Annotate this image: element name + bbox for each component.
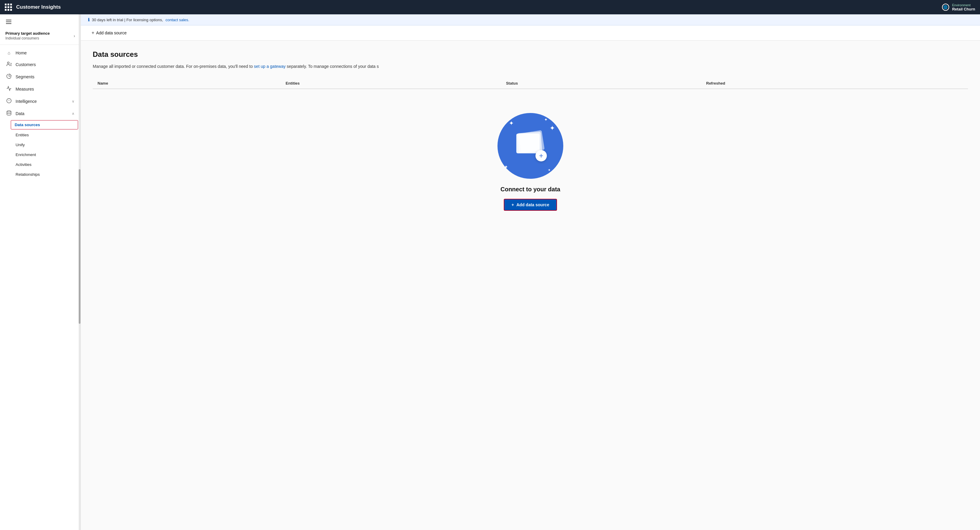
- trial-text: 30 days left in trial | For licensing op…: [92, 17, 163, 22]
- toolbar: + Add data source: [81, 25, 980, 41]
- col-refreshed: Refreshed: [702, 78, 968, 89]
- sidebar-item-intelligence-label: Intelligence: [16, 99, 37, 104]
- setup-gateway-link[interactable]: set up a gateway: [254, 64, 286, 69]
- sidebar-item-enrichment[interactable]: Enrichment: [0, 150, 81, 160]
- audience-chevron-icon: ›: [73, 33, 75, 38]
- customers-icon: [6, 61, 12, 68]
- audience-info: Primary target audience Individual consu…: [5, 31, 50, 40]
- empty-state: ✦ ✦ ✦ ✦ ✦ +: [93, 101, 968, 229]
- environment-info: Environment Retail Churn: [952, 3, 975, 11]
- segments-icon: [6, 73, 12, 80]
- sparkle-3: ✦: [549, 124, 555, 132]
- environment-section: 🌐 Environment Retail Churn: [942, 3, 975, 11]
- description-after: separately. To manage connections of you…: [287, 64, 379, 69]
- data-sub-list: Data sources Entities Unify Enrichment A…: [0, 120, 81, 179]
- sidebar-item-intelligence[interactable]: Intelligence ∨: [0, 95, 81, 107]
- sidebar: Primary target audience Individual consu…: [0, 14, 81, 530]
- sidebar-item-measures[interactable]: Measures: [0, 83, 81, 95]
- sidebar-item-home[interactable]: ⌂ Home: [0, 47, 81, 58]
- data-sources-table: Name Entities Status Refreshed: [93, 78, 968, 89]
- sidebar-scrollbar-thumb[interactable]: [79, 169, 81, 324]
- sidebar-scrollbar[interactable]: [79, 14, 81, 530]
- description-text: Manage all imported or connected custome…: [93, 64, 253, 69]
- sidebar-item-segments[interactable]: Segments: [0, 71, 81, 83]
- enrichment-label: Enrichment: [16, 152, 36, 157]
- sidebar-item-relationships[interactable]: Relationships: [0, 170, 81, 179]
- nav-list: ⌂ Home Customers Segments Measures: [0, 45, 81, 530]
- connect-to-data-title: Connect to your data: [501, 186, 560, 193]
- pages-stack: +: [514, 132, 547, 160]
- sidebar-item-activities[interactable]: Activities: [0, 160, 81, 170]
- sidebar-item-data-sources[interactable]: Data sources: [11, 120, 78, 129]
- audience-section[interactable]: Primary target audience Individual consu…: [0, 27, 81, 45]
- app-grid-icon[interactable]: [5, 3, 12, 11]
- toolbar-plus-icon: +: [92, 30, 94, 36]
- plus-badge: +: [536, 150, 547, 162]
- contact-sales-link[interactable]: contact sales.: [165, 17, 189, 22]
- svg-point-0: [8, 62, 9, 63]
- sidebar-item-customers-label: Customers: [16, 62, 36, 67]
- info-icon: ℹ: [88, 17, 89, 22]
- content-area: ℹ 30 days left in trial | For licensing …: [81, 14, 980, 530]
- sparkle-4: ✦: [504, 164, 508, 170]
- sparkle-5: ✦: [548, 168, 551, 172]
- sparkle-1: ✦: [509, 119, 514, 127]
- svg-point-4: [7, 111, 11, 113]
- measures-icon: [6, 86, 12, 92]
- col-name: Name: [93, 78, 281, 89]
- sidebar-item-data-label: Data: [16, 111, 24, 116]
- activities-label: Activities: [16, 162, 32, 167]
- intelligence-chevron-icon: ∨: [72, 99, 75, 103]
- page-description: Manage all imported or connected custome…: [93, 63, 968, 70]
- data-sources-label: Data sources: [15, 122, 40, 127]
- sparkle-2: ✦: [544, 117, 548, 122]
- sidebar-item-unify[interactable]: Unify: [0, 140, 81, 150]
- audience-label: Primary target audience: [5, 31, 50, 36]
- col-entities: Entities: [281, 78, 501, 89]
- trial-banner: ℹ 30 days left in trial | For licensing …: [81, 14, 980, 25]
- plus-badge-icon: +: [539, 152, 543, 159]
- sidebar-item-home-label: Home: [16, 51, 27, 55]
- page-content: Data sources Manage all imported or conn…: [81, 41, 980, 530]
- sidebar-item-entities[interactable]: Entities: [0, 130, 81, 140]
- top-bar: Customer Insights 🌐 Environment Retail C…: [0, 0, 980, 14]
- environment-name: Retail Churn: [952, 7, 975, 11]
- table-header-row: Name Entities Status Refreshed: [93, 78, 968, 89]
- toolbar-add-label: Add data source: [96, 30, 127, 35]
- unify-label: Unify: [16, 143, 25, 147]
- intelligence-icon: [6, 98, 12, 104]
- data-icon: [6, 110, 12, 117]
- add-data-btn-label: Add data source: [516, 202, 549, 207]
- home-icon: ⌂: [6, 50, 12, 55]
- relationships-label: Relationships: [16, 172, 40, 177]
- app-title: Customer Insights: [16, 4, 61, 10]
- data-chevron-icon: ∧: [72, 111, 75, 116]
- globe-icon: 🌐: [942, 3, 949, 11]
- add-data-source-toolbar-button[interactable]: + Add data source: [88, 29, 130, 37]
- table-header: Name Entities Status Refreshed: [93, 78, 968, 89]
- page-front: [516, 133, 540, 153]
- sidebar-item-customers[interactable]: Customers: [0, 58, 81, 71]
- sidebar-item-measures-label: Measures: [16, 87, 34, 92]
- top-bar-left: Customer Insights: [5, 3, 61, 11]
- page-title: Data sources: [93, 50, 968, 59]
- entities-label: Entities: [16, 133, 29, 137]
- sidebar-item-segments-label: Segments: [16, 75, 34, 79]
- add-data-btn-plus: +: [512, 202, 514, 207]
- environment-label: Environment: [952, 3, 975, 7]
- add-data-source-empty-button[interactable]: + Add data source: [504, 199, 557, 211]
- main-layout: Primary target audience Individual consu…: [0, 14, 980, 530]
- hamburger-button[interactable]: [5, 19, 13, 25]
- col-status: Status: [501, 78, 701, 89]
- illustration-circle: ✦ ✦ ✦ ✦ ✦ +: [498, 113, 563, 179]
- audience-sub: Individual consumers: [5, 36, 50, 40]
- audience-row: Primary target audience Individual consu…: [5, 31, 75, 40]
- sidebar-top: [0, 14, 81, 27]
- sidebar-item-data[interactable]: Data ∧: [0, 107, 81, 119]
